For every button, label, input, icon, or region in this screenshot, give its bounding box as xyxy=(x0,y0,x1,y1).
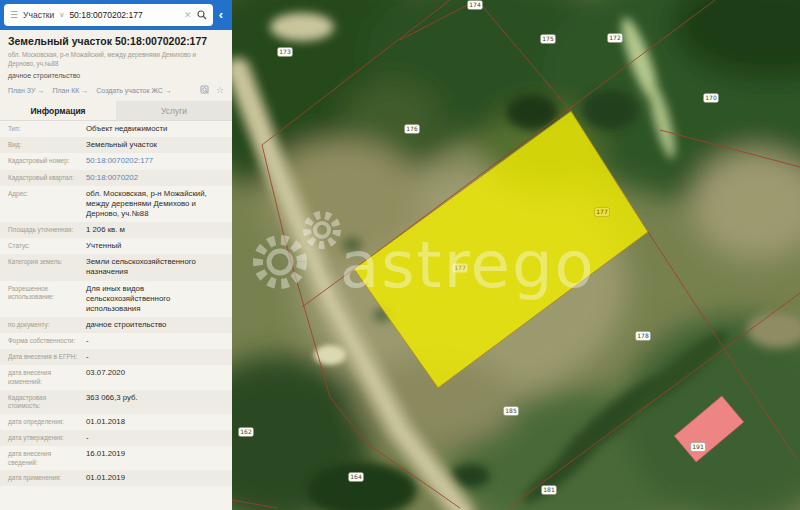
info-row-value: 363 066,3 руб. xyxy=(86,393,224,411)
info-row-label: Тип: xyxy=(8,124,80,134)
search-query-text[interactable]: 50:18:0070202:177 xyxy=(69,10,179,20)
info-row-label: Разрешенное использование: xyxy=(8,284,80,314)
svg-text:175: 175 xyxy=(542,35,554,42)
parcel-number-badge[interactable]: 162 xyxy=(239,428,254,437)
info-row-label: дата применения: xyxy=(8,473,80,483)
info-row-label: Площадь уточненная: xyxy=(8,225,80,235)
info-row: дата утверждения:- xyxy=(0,430,232,446)
parcel-number-badge[interactable]: 181 xyxy=(542,486,557,495)
info-row-value: - xyxy=(86,352,224,362)
info-row-value: 01.01.2019 xyxy=(86,473,224,483)
selected-parcel-number-badge[interactable]: 177 xyxy=(595,208,610,217)
svg-text:172: 172 xyxy=(609,34,621,41)
info-row-value: Учтенный xyxy=(86,241,224,251)
tab-services[interactable]: Услуги xyxy=(116,101,232,120)
action-link[interactable]: План ЗУ → xyxy=(8,87,44,94)
parcel-number-badge[interactable]: 164 xyxy=(349,473,364,482)
info-row-label: Вид: xyxy=(8,140,80,150)
info-row-label: Форма собственности: xyxy=(8,336,80,346)
info-row: Адрес:обл. Московская, р-н Можайский, ме… xyxy=(0,186,232,222)
info-row-label: Статус: xyxy=(8,241,80,251)
svg-text:162: 162 xyxy=(240,428,252,435)
export-icon[interactable] xyxy=(200,85,210,95)
info-row: Кадастровый номер:50:18:0070202:177 xyxy=(0,153,232,169)
info-row: дата внесения сведений:16.01.2019 xyxy=(0,446,232,470)
parcel-address-subtitle: обл. Московская, р-н Можайский, между де… xyxy=(8,51,224,68)
cadastral-map-app: ☰ Участки ∨ 50:18:0070202:177 ✕ ‹ Земель… xyxy=(0,0,800,510)
svg-text:177: 177 xyxy=(454,264,466,271)
info-row-value[interactable]: 50:18:0070202:177 xyxy=(86,156,224,166)
satellite-map[interactable]: astrego 17317417617517217017717717818518… xyxy=(232,0,800,510)
parcel-header: Земельный участок 50:18:0070202:177 обл.… xyxy=(0,30,232,101)
info-row-value: Земельный участок xyxy=(86,140,224,150)
tab-information[interactable]: Информация xyxy=(0,101,116,120)
menu-icon[interactable]: ☰ xyxy=(10,11,18,20)
parcel-number-badge[interactable]: 177 xyxy=(453,264,468,273)
info-row-label: Кадастровый номер: xyxy=(8,156,80,166)
info-row: Вид:Земельный участок xyxy=(0,137,232,153)
info-row-value[interactable]: 50:18:0070202 xyxy=(86,173,224,183)
parcel-attributes-list: Тип:Объект недвижимостиВид:Земельный уча… xyxy=(0,121,232,510)
parcel-number-badge[interactable]: 174 xyxy=(468,1,483,10)
info-row: Тип:Объект недвижимости xyxy=(0,121,232,137)
info-row: Категория земель:Земли сельскохозяйствен… xyxy=(0,254,232,280)
svg-text:174: 174 xyxy=(469,1,481,8)
ground-highlights xyxy=(314,345,346,365)
svg-text:164: 164 xyxy=(350,473,362,480)
info-row-label: Кадастровый квартал: xyxy=(8,173,80,183)
info-row-label: Кадастровая стоимость: xyxy=(8,393,80,411)
info-row: Форма собственности:- xyxy=(0,333,232,349)
parcel-number-badge[interactable]: 176 xyxy=(405,125,420,134)
info-row-value: дачное строительство xyxy=(86,320,224,330)
page-title: Земельный участок 50:18:0070202:177 xyxy=(8,35,224,48)
svg-text:177: 177 xyxy=(596,208,608,215)
info-row-value: Земли сельскохозяйственного назначения xyxy=(86,257,224,277)
info-row-label: Категория земель: xyxy=(8,257,80,277)
search-bar: ☰ Участки ∨ 50:18:0070202:177 ✕ ‹ xyxy=(0,0,232,30)
parcel-number-badge[interactable]: 175 xyxy=(541,35,556,44)
panel-tabs: ИнформацияУслуги xyxy=(0,101,232,121)
info-row-value: 1 206 кв. м xyxy=(86,225,224,235)
svg-text:181: 181 xyxy=(543,486,555,493)
info-row-value: 16.01.2019 xyxy=(86,449,224,467)
info-row-label: Адрес: xyxy=(8,189,80,219)
info-row: Статус:Учтенный xyxy=(0,238,232,254)
info-row-label: по документу: xyxy=(8,320,80,330)
info-row-value: Объект недвижимости xyxy=(86,124,224,134)
svg-text:178: 178 xyxy=(637,332,649,339)
map-canvas[interactable]: astrego 17317417617517217017717717818518… xyxy=(232,0,800,510)
parcel-number-badge[interactable]: 170 xyxy=(704,94,719,103)
info-row: Кадастровый квартал:50:18:0070202 xyxy=(0,170,232,186)
info-row-value: 03.07.2020 xyxy=(86,368,224,386)
clear-icon[interactable]: ✕ xyxy=(184,10,192,20)
parcel-number-badge[interactable]: 172 xyxy=(608,34,623,43)
svg-text:185: 185 xyxy=(505,407,517,414)
watermark-text: astrego xyxy=(340,228,596,302)
info-row-value: - xyxy=(86,433,224,443)
info-row-value: Для иных видов сельскохозяйственного исп… xyxy=(86,284,224,314)
search-icon[interactable] xyxy=(197,10,207,20)
action-links: План ЗУ →План КК →Создать участок ЖС → ☆ xyxy=(8,85,224,95)
svg-text:170: 170 xyxy=(705,94,717,101)
action-link[interactable]: Создать участок ЖС → xyxy=(96,87,172,94)
parcel-number-badge[interactable]: 173 xyxy=(278,48,293,57)
info-row-label: дата определения: xyxy=(8,417,80,427)
search-category-dropdown[interactable]: Участки xyxy=(23,10,54,20)
star-icon[interactable]: ☆ xyxy=(216,85,224,95)
info-row: дата определения:01.01.2018 xyxy=(0,414,232,430)
svg-text:191: 191 xyxy=(692,443,704,450)
parcel-number-badge[interactable]: 185 xyxy=(504,407,519,416)
parcel-number-badge[interactable]: 191 xyxy=(691,443,706,452)
collapse-panel-icon[interactable]: ‹ xyxy=(213,8,228,23)
info-row: Дата внесения в ЕГРН:- xyxy=(0,349,232,365)
info-row: дата применения:01.01.2019 xyxy=(0,470,232,486)
parcel-usage: дачное строительство xyxy=(8,72,224,79)
info-row-label: дата внесения изменений: xyxy=(8,368,80,386)
info-row: дата внесения изменений:03.07.2020 xyxy=(0,365,232,389)
parcel-number-badge[interactable]: 178 xyxy=(636,332,651,341)
parcel-info-panel: ☰ Участки ∨ 50:18:0070202:177 ✕ ‹ Земель… xyxy=(0,0,232,510)
info-row-label: Дата внесения в ЕГРН: xyxy=(8,352,80,362)
action-link[interactable]: План КК → xyxy=(52,87,88,94)
info-row-value: - xyxy=(86,336,224,346)
search-input[interactable]: ☰ Участки ∨ 50:18:0070202:177 ✕ xyxy=(4,4,213,26)
